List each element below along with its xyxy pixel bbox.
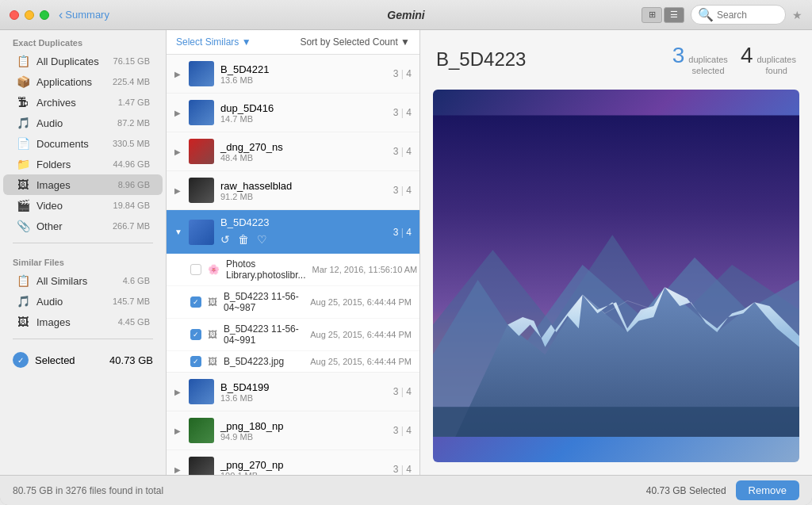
group-info-B_5D4221: B_5D4221 13.6 MB — [220, 63, 387, 85]
sidebar-divider-1 — [13, 243, 153, 243]
file-group-header-raw_hasselblad[interactable]: ▶ raw_hasselblad 91.2 MB 3 | 4 — [167, 171, 419, 209]
file-date-991: Aug 25, 2015, 6:44:44 PM — [310, 330, 412, 339]
chevron-right-icon: ▶ — [174, 465, 182, 474]
file-checkbox-photos-lib[interactable] — [190, 264, 201, 275]
sidebar-item-all-similars[interactable]: 📋 All Similars 4.6 GB — [3, 270, 163, 291]
group-counts-_png_270_np: 3 | 4 — [393, 464, 412, 475]
close-button[interactable] — [10, 10, 19, 20]
favorites-icon[interactable]: ★ — [792, 9, 802, 21]
file-group-_png_180_np: ▶ _png_180_np 94.9 MB 3 | 4 — [167, 411, 419, 450]
group-thumb-B_5D4223 — [189, 220, 214, 245]
dup-num-found: 4 — [741, 43, 753, 68]
file-item-jpg[interactable]: 🖼 B_5D4223.jpg Aug 25, 2015, 6:44:44 PM — [167, 351, 419, 372]
file-item-987[interactable]: 🖼 B_5D4223 11-56-04~987 Aug 25, 2015, 6:… — [167, 286, 419, 319]
file-group-B_5D4221: ▶ B_5D4221 13.6 MB 3 | 4 — [167, 55, 419, 94]
group-counts-_png_180_np: 3 | 4 — [393, 425, 412, 436]
file-name-jpg: B_5D4223.jpg — [224, 356, 304, 367]
back-label: Summary — [65, 9, 109, 21]
select-similars-button[interactable]: Select Similars ▼ — [176, 36, 251, 48]
chevron-right-icon: ▶ — [174, 427, 182, 435]
center-toolbar: Select Similars ▼ Sort by Selected Count… — [167, 30, 419, 55]
group-thumb-_png_180_np — [189, 418, 214, 443]
group-name-B_5D4223: B_5D4223 — [220, 216, 387, 228]
sidebar-item-other[interactable]: 📎 Other 266.7 MB — [3, 216, 163, 236]
dup-stat-found: 4 duplicatesfound — [741, 43, 796, 77]
group-size-dup_5D416: 14.7 MB — [220, 114, 387, 124]
chevron-right-icon: ▶ — [174, 70, 182, 78]
sidebar-item-folders[interactable]: 📁 Folders 44.96 GB — [3, 154, 163, 174]
file-group-header-B_5D4223[interactable]: ▼ B_5D4223 ↺ 🗑 ♡ 3 | 4 — [167, 210, 419, 254]
heart-icon[interactable]: ♡ — [257, 233, 267, 246]
file-item-photos-lib[interactable]: 🌸 Photos Library.photoslibr... Mar 12, 2… — [167, 254, 419, 286]
group-info-dup_5D416: dup_5D416 14.7 MB — [220, 102, 387, 124]
sidebar-item-images[interactable]: 🖼 Images 8.96 GB — [3, 174, 163, 195]
search-input[interactable] — [717, 10, 780, 21]
dup-stat-selected: 3 duplicatesselected — [672, 43, 728, 77]
group-counts-dup_5D416: 3 | 4 — [393, 107, 412, 118]
group-counts-_dng_270_ns: 3 | 4 — [393, 146, 412, 157]
images-icon: 🖼 — [16, 178, 30, 191]
audio-label: Audio — [36, 117, 111, 129]
group-info-_png_270_np: _png_270_np 100.1 MB — [220, 459, 387, 476]
file-group-header-_png_270_np[interactable]: ▶ _png_270_np 100.1 MB 3 | 4 — [167, 450, 419, 475]
all-duplicates-size: 76.15 GB — [113, 56, 150, 66]
audio-icon: 🎵 — [16, 117, 30, 129]
all-similars-icon: 📋 — [16, 274, 30, 287]
all-duplicates-label: All Duplicates — [36, 55, 107, 67]
sidebar-item-images-sim[interactable]: 🖼 Images 4.45 GB — [3, 312, 163, 332]
rotate-icon[interactable]: ↺ — [220, 233, 230, 246]
file-sublist-B_5D4223: 🌸 Photos Library.photoslibr... Mar 12, 2… — [167, 254, 419, 372]
list-view-button[interactable]: ☰ — [664, 7, 684, 23]
sidebar-item-all-duplicates[interactable]: 📋 All Duplicates 76.15 GB — [3, 51, 163, 71]
view-toggle: ⊞ ☰ — [642, 7, 684, 23]
trash-icon[interactable]: 🗑 — [238, 233, 249, 246]
group-thumb-_dng_270_ns — [189, 139, 214, 164]
search-icon: 🔍 — [698, 7, 714, 22]
images-sim-label: Images — [36, 316, 112, 328]
file-checkbox-987[interactable] — [190, 296, 201, 308]
file-group-header-dup_5D416[interactable]: ▶ dup_5D416 14.7 MB 3 | 4 — [167, 94, 419, 132]
file-checkbox-991[interactable] — [190, 329, 201, 340]
sidebar-item-video[interactable]: 🎬 Video 19.84 GB — [3, 195, 163, 216]
back-button[interactable]: ‹ Summary — [59, 8, 109, 22]
sidebar-item-audio[interactable]: 🎵 Audio 87.2 MB — [3, 113, 163, 133]
group-info-_dng_270_ns: _dng_270_ns 48.4 MB — [220, 141, 387, 163]
video-label: Video — [36, 200, 107, 212]
dup-label-selected: duplicatesselected — [688, 54, 728, 77]
search-box[interactable]: 🔍 — [691, 5, 786, 25]
preview-image — [433, 90, 799, 462]
folders-label: Folders — [36, 159, 107, 170]
grid-view-button[interactable]: ⊞ — [642, 7, 662, 23]
group-counts-raw_hasselblad: 3 | 4 — [393, 185, 412, 196]
file-group-header-B_5D4199[interactable]: ▶ B_5D4199 13.6 MB 3 | 4 — [167, 373, 419, 411]
group-thumb-raw_hasselblad — [189, 178, 214, 203]
dup-label-found: duplicatesfound — [756, 54, 796, 77]
documents-size: 330.5 MB — [113, 139, 150, 148]
group-name-dup_5D416: dup_5D416 — [220, 102, 387, 114]
file-group-B_5D4223: ▼ B_5D4223 ↺ 🗑 ♡ 3 | 4 — [167, 210, 419, 373]
similar-files-section-title: Similar Files — [0, 250, 166, 270]
group-info-B_5D4199: B_5D4199 13.6 MB — [220, 381, 387, 403]
sidebar-item-audio-sim[interactable]: 🎵 Audio 145.7 MB — [3, 291, 163, 312]
sidebar: Exact Duplicates 📋 All Duplicates 76.15 … — [0, 30, 167, 475]
sidebar-selected-item[interactable]: ✓ Selected 40.73 GB — [0, 346, 166, 374]
sidebar-item-applications[interactable]: 📦 Applications 225.4 MB — [3, 71, 163, 92]
sidebar-item-archives[interactable]: 🗜 Archives 1.47 GB — [3, 92, 163, 113]
file-group-header-_png_180_np[interactable]: ▶ _png_180_np 94.9 MB 3 | 4 — [167, 411, 419, 450]
file-checkbox-jpg[interactable] — [190, 356, 201, 367]
maximize-button[interactable] — [40, 10, 49, 20]
group-name-B_5D4199: B_5D4199 — [220, 381, 387, 393]
video-size: 19.84 GB — [113, 201, 150, 210]
dup-num-selected: 3 — [672, 43, 685, 68]
sidebar-item-documents[interactable]: 📄 Documents 330.5 MB — [3, 133, 163, 154]
file-group-header-_dng_270_ns[interactable]: ▶ _dng_270_ns 48.4 MB 3 | 4 — [167, 132, 419, 170]
file-group-header-B_5D4221[interactable]: ▶ B_5D4221 13.6 MB 3 | 4 — [167, 55, 419, 93]
file-date-jpg: Aug 25, 2015, 6:44:44 PM — [310, 357, 412, 366]
group-thumb-dup_5D416 — [189, 100, 214, 125]
minimize-button[interactable] — [25, 10, 34, 20]
sort-button[interactable]: Sort by Selected Count ▼ — [300, 36, 410, 48]
preview-area — [433, 90, 799, 462]
remove-button[interactable]: Remove — [736, 480, 799, 500]
svg-rect-5 — [433, 407, 799, 437]
file-item-991[interactable]: 🖼 B_5D4223 11-56-04~991 Aug 25, 2015, 6:… — [167, 319, 419, 351]
